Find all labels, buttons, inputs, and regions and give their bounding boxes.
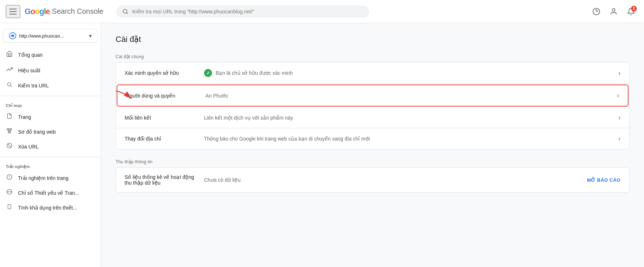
person-icon — [610, 8, 618, 16]
topbar: Google Search Console — [0, 0, 644, 23]
sidebar-item-label: Sơ đồ trang web — [18, 129, 56, 135]
verified-text: Bạn là chủ sở hữu được xác minh — [216, 70, 293, 76]
search-input[interactable] — [132, 9, 363, 14]
settings-row-moi-lien-ket[interactable]: Mối liên kết Liên kết một dịch vụ với sả… — [116, 107, 629, 128]
search-icon — [6, 82, 13, 89]
section-cai-dat-chung-label: Cài đặt chung — [116, 54, 630, 59]
app-title: Search Console — [52, 7, 103, 16]
property-icon — [9, 32, 16, 39]
svg-rect-8 — [10, 129, 12, 130]
sitemap-icon — [6, 128, 13, 135]
sidebar-item-chi-so-thiet-yeu[interactable]: Chỉ số Thiết yếu về Tran... — [0, 185, 96, 200]
row-chevron-icon: › — [618, 114, 621, 121]
main-content: Cài đặt Cài đặt chung Xác minh quyền sở … — [101, 23, 644, 267]
sidebar-item-trai-nghiem-tren-trang[interactable]: Trải nghiệm trên trang — [0, 171, 96, 185]
property-text: http://www.phuocan... — [19, 33, 86, 39]
property-chevron-icon: ▾ — [89, 33, 92, 39]
sidebar-item-label: Kiểm tra URL — [18, 83, 49, 89]
page-title: Cài đặt — [116, 35, 630, 44]
row-value: Bạn là chủ sở hữu được xác minh — [204, 69, 618, 77]
help-icon — [592, 8, 600, 16]
row-chevron-icon: › — [618, 69, 621, 77]
row-name: Người dùng và quyền — [126, 93, 206, 99]
notification-count: 2 — [631, 6, 637, 12]
main-layout: http://www.phuocan... ▾ Tổng quan Hiệu s… — [0, 23, 644, 267]
row-name: Xác minh quyền sở hữu — [125, 70, 204, 76]
row-name: Số liệu thống kê về hoạt động thu thập d… — [125, 174, 204, 186]
settings-row-nguoi-dung[interactable]: Người dùng và quyền An Phước › — [117, 85, 628, 107]
sidebar-item-label: Tính khả dụng trên thiết... — [18, 205, 77, 211]
sidebar-item-xoa-url[interactable]: Xóa URL — [0, 139, 96, 154]
home-icon — [6, 51, 13, 59]
topbar-actions: 2 — [589, 4, 638, 19]
sidebar-item-label: Hiệu suất — [18, 68, 40, 73]
mobile-icon — [6, 204, 13, 211]
svg-line-15 — [8, 144, 11, 147]
settings-card-general: Xác minh quyền sở hữu Bạn là chủ sở hữu … — [116, 62, 630, 149]
data-value-text: Chưa có dữ liệu — [204, 177, 241, 183]
search-bar[interactable] — [116, 5, 369, 18]
row-value: Liên kết một dịch vụ với sản phẩm này — [204, 115, 618, 121]
property-selector[interactable]: http://www.phuocan... ▾ — [3, 29, 98, 43]
verified-checkmark-icon — [204, 69, 212, 77]
row-name: Thay đổi địa chỉ — [125, 136, 204, 142]
section-trai-nghiem: Trải nghiệm — [0, 160, 101, 171]
sidebar-item-trang[interactable]: Trang — [0, 109, 96, 124]
svg-point-5 — [8, 83, 11, 86]
notifications-button[interactable]: 2 — [624, 4, 638, 19]
sidebar-item-so-do-trang-web[interactable]: Sơ đồ trang web — [0, 124, 96, 139]
sidebar-item-kiem-tra-url[interactable]: Kiểm tra URL — [0, 78, 96, 93]
row-chevron-icon: › — [618, 135, 621, 142]
remove-icon — [6, 143, 13, 150]
help-button[interactable] — [589, 4, 604, 19]
open-report-button[interactable]: MỞ BÁO CÁO — [587, 177, 621, 183]
settings-row-xac-minh[interactable]: Xác minh quyền sở hữu Bạn là chủ sở hữu … — [116, 63, 629, 84]
section-chi-muc: Chỉ mục — [0, 99, 101, 109]
svg-rect-9 — [8, 132, 11, 133]
search-icon — [122, 8, 129, 15]
settings-row-thay-doi-dia-chi[interactable]: Thay đổi địa chỉ Thông báo cho Google kh… — [116, 128, 629, 149]
google-logo: Google — [25, 7, 50, 16]
row-value: Thông báo cho Google khi trang web của b… — [204, 136, 618, 142]
logo[interactable]: Google Search Console — [25, 7, 103, 16]
account-button[interactable] — [606, 4, 621, 19]
sidebar-item-tong-quan[interactable]: Tổng quan — [0, 47, 96, 63]
row-chevron-icon: › — [617, 92, 619, 99]
sidebar-item-hieu-suat[interactable]: Hiệu suất — [0, 63, 96, 78]
address-value-text: Thông báo cho Google khi trang web của b… — [204, 136, 370, 142]
row-value: Chưa có dữ liệu — [204, 177, 587, 183]
svg-rect-7 — [7, 129, 9, 130]
trending-icon — [6, 66, 13, 74]
metrics-icon — [6, 189, 13, 197]
link-value-text: Liên kết một dịch vụ với sản phẩm này — [204, 115, 293, 121]
experience-icon — [6, 174, 13, 182]
svg-point-4 — [612, 8, 615, 11]
sidebar-divider — [0, 96, 101, 96]
settings-row-so-lieu[interactable]: Số liệu thống kê về hoạt động thu thập d… — [116, 168, 629, 192]
section-thu-thap-label: Thu thập thông tin — [116, 159, 630, 164]
sidebar-item-label: Xóa URL — [18, 144, 39, 150]
user-value-text: An Phước — [206, 93, 228, 99]
row-name: Mối liên kết — [125, 115, 204, 121]
sidebar-item-label: Trải nghiệm trên trang — [18, 175, 69, 181]
sidebar-item-tinh-kha-dung[interactable]: Tính khả dụng trên thiết... — [0, 200, 96, 215]
row-value: An Phước — [206, 93, 617, 99]
svg-point-0 — [123, 9, 127, 13]
sidebar-item-label: Trang — [18, 114, 31, 120]
svg-line-6 — [10, 86, 12, 87]
sidebar-item-label: Tổng quan — [18, 52, 43, 58]
svg-line-1 — [127, 13, 128, 14]
settings-card-thu-thap: Số liệu thống kê về hoạt động thu thập d… — [116, 167, 630, 193]
sidebar-divider-2 — [0, 157, 101, 157]
hamburger-menu-button[interactable] — [6, 5, 20, 18]
page-icon — [6, 113, 13, 121]
sidebar-item-label: Chỉ số Thiết yếu về Tran... — [18, 190, 79, 196]
sidebar: http://www.phuocan... ▾ Tổng quan Hiệu s… — [0, 23, 101, 267]
